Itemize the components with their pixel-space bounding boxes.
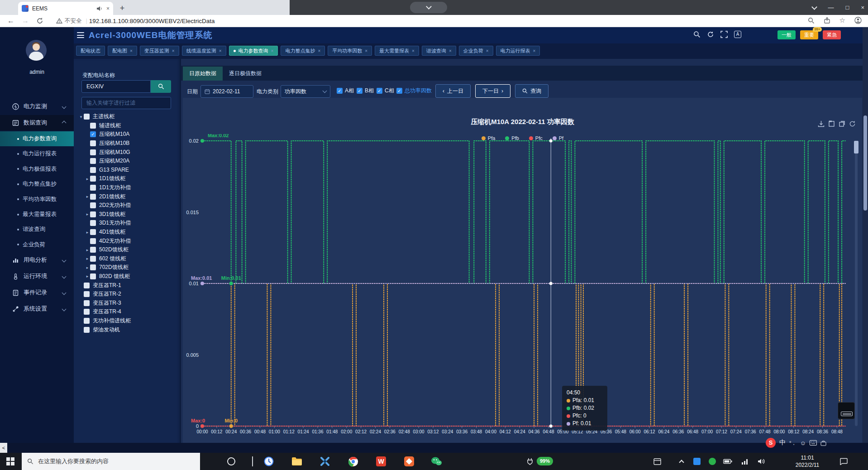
prev-day-button[interactable]: ‹上一日 xyxy=(435,84,471,98)
caret-right-icon[interactable]: ▸ xyxy=(85,256,90,261)
checkbox[interactable] xyxy=(90,194,96,200)
checkbox-checked[interactable]: ✓ xyxy=(337,88,343,94)
window-maximize-icon[interactable]: □ xyxy=(846,4,849,11)
tray-network-icon[interactable] xyxy=(739,456,750,467)
tree-node-3D1馈线柜[interactable]: ▸3D1馈线柜 xyxy=(74,210,181,219)
new-tab-button[interactable]: + xyxy=(117,3,128,14)
ime-mode-indicator[interactable]: 中 xyxy=(779,439,786,447)
checkbox-B相[interactable]: ✓B相 xyxy=(357,87,374,95)
tray-window-icon[interactable] xyxy=(652,456,663,467)
subtab-daily-extreme[interactable]: 逐日极值数据 xyxy=(223,67,268,81)
checkbox[interactable] xyxy=(90,256,96,262)
sidebar-subitem-电力参数查询[interactable]: 电力参数查询 xyxy=(0,131,74,146)
tab-close-icon[interactable]: × xyxy=(533,48,536,53)
checkbox-checked[interactable]: ✓ xyxy=(90,131,96,137)
sidebar-subitem-电力整点集抄[interactable]: 电力整点集抄 xyxy=(0,177,74,192)
file-explorer-icon[interactable] xyxy=(291,456,302,467)
alarm-pill-一般[interactable]: 一般 xyxy=(777,30,796,39)
caret-right-icon[interactable]: ▸ xyxy=(85,230,90,235)
tree-node-主进线柜[interactable]: ▾主进线柜 xyxy=(74,112,181,121)
tree-node-3D1无功补偿[interactable]: 3D1无功补偿 xyxy=(74,219,181,228)
caret-right-icon[interactable]: ▸ xyxy=(85,212,90,216)
vertical-scrollbar[interactable] xyxy=(863,27,868,443)
sidebar-subitem-最大需量报表[interactable]: 最大需量报表 xyxy=(0,207,74,222)
checkbox[interactable] xyxy=(84,291,90,297)
tray-blue-app-icon[interactable] xyxy=(692,456,702,467)
datazoom-slider[interactable] xyxy=(855,141,858,426)
forward-icon[interactable]: → xyxy=(22,17,29,25)
checkbox-A相[interactable]: ✓A相 xyxy=(337,87,354,95)
checkbox[interactable] xyxy=(90,123,96,129)
module-tab-平均功率因数[interactable]: 平均功率因数× xyxy=(328,46,372,56)
tray-volume-icon[interactable] xyxy=(756,456,767,467)
checkbox[interactable] xyxy=(90,149,96,155)
tab-close-icon[interactable]: × xyxy=(318,48,320,53)
tree-node-辅进线柜[interactable]: 辅进线柜 xyxy=(74,121,181,130)
checkbox-C相[interactable]: ✓C相 xyxy=(377,87,394,95)
url-text[interactable]: 192.168.1.100:8090/3000WEBV2/ElectricDat… xyxy=(89,18,215,24)
caret-right-icon[interactable]: ▸ xyxy=(85,274,90,278)
horizontal-scroll-track[interactable] xyxy=(0,443,868,453)
next-day-button[interactable]: 下一日› xyxy=(475,84,510,98)
tree-node-无功补偿进线柜[interactable]: 无功补偿进线柜 xyxy=(74,317,181,326)
checkbox[interactable] xyxy=(84,327,90,333)
wechat-icon[interactable] xyxy=(431,456,442,467)
module-tab-企业负荷[interactable]: 企业负荷× xyxy=(459,46,493,56)
window-minimize-icon[interactable]: — xyxy=(828,4,834,11)
tab-audio-icon[interactable] xyxy=(96,6,103,11)
tree-node-802D 馈线柜[interactable]: ▸802D 馈线柜 xyxy=(74,272,181,281)
tree-node-压缩机M10G[interactable]: 压缩机M10G xyxy=(74,148,181,157)
browser-tab[interactable]: EEMS × xyxy=(18,2,113,15)
checkbox[interactable] xyxy=(90,229,96,235)
tree-node-柴油发动机[interactable]: 柴油发动机 xyxy=(74,325,181,334)
tree-filter-input[interactable]: 输入关键字进行过滤 xyxy=(81,97,171,109)
checkbox-checked[interactable]: ✓ xyxy=(396,88,402,94)
clock-app-icon[interactable] xyxy=(263,456,274,467)
floating-keyboard-widget[interactable] xyxy=(838,402,855,419)
tray-expand-caret-icon[interactable] xyxy=(676,456,687,467)
checkbox-checked[interactable]: ✓ xyxy=(357,88,362,94)
checkbox[interactable] xyxy=(90,238,96,244)
ring-app-icon[interactable] xyxy=(226,456,237,467)
refresh-icon[interactable] xyxy=(707,31,714,38)
module-tab-电力运行报表[interactable]: 电力运行报表× xyxy=(496,46,540,56)
fullscreen-icon[interactable] xyxy=(720,31,728,38)
sogou-logo-icon[interactable]: S xyxy=(766,438,776,448)
sidebar-item-事件记录[interactable]: 事件记录 xyxy=(0,285,74,300)
tree-node-压缩机M20A[interactable]: 压缩机M20A xyxy=(74,157,181,166)
module-tab-电力参数查询[interactable]: 电力参数查询× xyxy=(229,46,278,56)
module-tab-电力整点集抄[interactable]: 电力整点集抄× xyxy=(281,46,325,56)
sidebar-subitem-平均功率因数[interactable]: 平均功率因数 xyxy=(0,192,74,207)
checkbox[interactable] xyxy=(84,309,90,315)
tree-node-G13 SPARE[interactable]: G13 SPARE xyxy=(74,166,181,175)
avatar[interactable] xyxy=(26,40,47,61)
tree-node-变压器TR-1[interactable]: 变压器TR-1 xyxy=(74,281,181,290)
tools-app-icon[interactable] xyxy=(320,456,330,467)
checkbox[interactable] xyxy=(90,220,96,226)
taskbar-clock[interactable]: 11:01 2022/2/11 xyxy=(787,454,828,469)
red-app-icon[interactable] xyxy=(404,456,415,467)
sidebar-item-用电分析[interactable]: 用电分析 xyxy=(0,252,74,268)
tree-node-压缩机M10B[interactable]: 压缩机M10B xyxy=(74,139,181,148)
module-tab-谐波查询[interactable]: 谐波查询× xyxy=(422,46,456,56)
tray-battery-icon[interactable] xyxy=(722,456,733,467)
tab-close-icon[interactable]: × xyxy=(172,48,175,53)
wps-icon[interactable]: W xyxy=(376,456,386,467)
sidebar-subitem-电力运行报表[interactable]: 电力运行报表 xyxy=(0,146,74,161)
checkbox[interactable] xyxy=(90,247,96,253)
sidebar-subitem-企业负荷[interactable]: 企业负荷 xyxy=(0,237,74,252)
hamburger-menu-icon[interactable] xyxy=(77,32,84,38)
keyboard-icon[interactable] xyxy=(810,440,817,446)
date-input[interactable]: 2022-02-11 xyxy=(200,85,253,98)
chrome-icon[interactable] xyxy=(348,456,358,467)
checkbox[interactable] xyxy=(90,176,96,182)
sidebar-item-运行环境[interactable]: 运行环境 xyxy=(0,269,74,284)
browser-avatar-icon[interactable] xyxy=(854,17,862,24)
module-tab-配电图[interactable]: 配电图× xyxy=(108,46,137,56)
caret-down-icon[interactable]: ▾ xyxy=(78,115,84,119)
query-button[interactable]: 查询 xyxy=(515,84,548,98)
sidebar-item-系统设置[interactable]: 系统设置 xyxy=(0,301,74,317)
window-restore-chevron-icon[interactable] xyxy=(811,4,817,10)
tab-close-icon[interactable]: × xyxy=(486,48,489,53)
tray-green-app-icon[interactable] xyxy=(707,456,718,467)
